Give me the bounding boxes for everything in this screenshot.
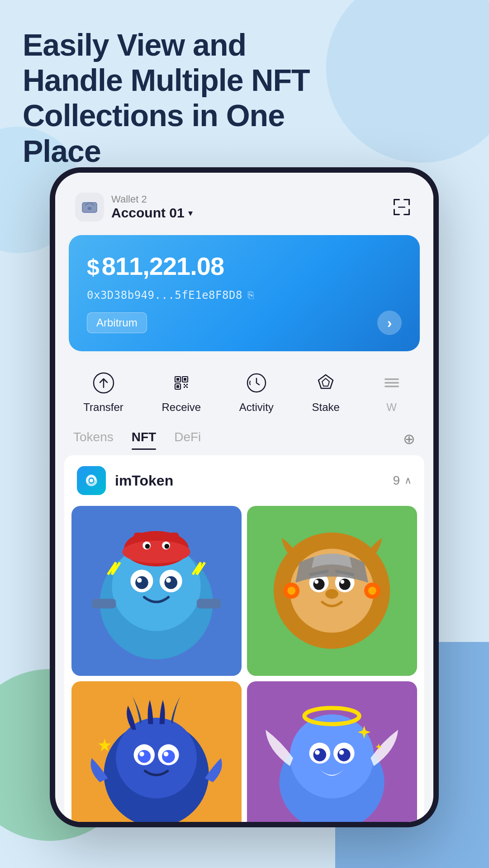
- svg-point-66: [162, 750, 176, 763]
- stake-action[interactable]: Stake: [303, 365, 349, 418]
- svg-rect-15: [176, 378, 179, 381]
- balance-card: $811,221.08 0x3D38b949...5fE1e8F8D8 ⎘ Ar…: [69, 235, 420, 351]
- svg-point-35: [165, 576, 178, 590]
- svg-point-76: [338, 749, 351, 762]
- svg-point-71: [290, 715, 374, 799]
- transfer-icon: [90, 369, 117, 396]
- wallet-logo-icon: [81, 199, 98, 215]
- phone-outer: Wallet 2 Account 01 ▾: [50, 167, 439, 827]
- account-name: Account 01: [111, 205, 185, 221]
- hero-section: Easily View and Handle Multiple NFT Coll…: [23, 27, 330, 169]
- svg-rect-27: [385, 382, 399, 384]
- tab-defi[interactable]: DeFi: [174, 430, 201, 448]
- svg-rect-3: [394, 199, 395, 205]
- svg-point-56: [326, 589, 339, 599]
- svg-point-62: [116, 718, 197, 799]
- more-label: W: [386, 401, 397, 414]
- wallet-info-section: Wallet 2 Account 01 ▾: [75, 193, 193, 222]
- svg-point-45: [165, 544, 170, 549]
- svg-rect-28: [385, 386, 399, 387]
- receive-icon: [168, 369, 195, 396]
- address-row: 0x3D38b949...5fE1e8F8D8 ⎘: [87, 289, 402, 302]
- hero-title: Easily View and Handle Multiple NFT Coll…: [23, 27, 330, 169]
- wallet-subtitle: Wallet 2: [111, 193, 193, 205]
- svg-point-65: [138, 750, 151, 763]
- svg-rect-18: [184, 384, 185, 385]
- account-row[interactable]: Account 01 ▾: [111, 205, 193, 221]
- svg-point-36: [137, 578, 142, 583]
- nft-item-4[interactable]: [247, 681, 417, 822]
- svg-point-58: [288, 587, 296, 595]
- svg-rect-26: [385, 378, 399, 380]
- svg-rect-7: [394, 209, 395, 215]
- svg-point-34: [136, 576, 149, 590]
- activity-action[interactable]: Activity: [230, 365, 283, 418]
- more-icon: [378, 369, 405, 396]
- nft-section: imToken 9 ∧: [64, 455, 424, 822]
- nft-collection-header: imToken 9 ∧: [64, 455, 424, 506]
- network-badge[interactable]: Arbitrum: [87, 312, 147, 333]
- transfer-action[interactable]: Transfer: [74, 365, 132, 418]
- svg-point-44: [145, 544, 150, 549]
- balance-amount: $811,221.08: [87, 251, 402, 281]
- svg-rect-17: [176, 385, 179, 388]
- nft-item-2[interactable]: [247, 506, 417, 676]
- svg-marker-25: [322, 378, 329, 386]
- svg-rect-46: [92, 599, 116, 609]
- stake-icon: [312, 369, 339, 396]
- tab-nft[interactable]: NFT: [132, 430, 156, 448]
- svg-point-78: [339, 750, 344, 755]
- svg-point-29: [90, 479, 93, 482]
- svg-point-68: [164, 752, 169, 757]
- copy-address-icon[interactable]: ⎘: [248, 289, 254, 301]
- add-tab-button[interactable]: ⊕: [403, 430, 415, 448]
- svg-rect-47: [197, 599, 221, 609]
- collection-logo: [77, 466, 106, 495]
- svg-point-53: [339, 579, 351, 590]
- receive-label: Receive: [161, 401, 201, 414]
- svg-point-60: [368, 587, 376, 595]
- svg-point-75: [313, 749, 327, 762]
- stake-label: Stake: [312, 401, 340, 414]
- svg-rect-10: [398, 207, 405, 208]
- svg-rect-21: [186, 387, 188, 388]
- account-dropdown-icon[interactable]: ▾: [188, 208, 193, 218]
- bg-shape-top-right: [326, 0, 489, 163]
- svg-point-54: [315, 580, 319, 584]
- receive-action[interactable]: Receive: [152, 365, 210, 418]
- svg-point-52: [313, 579, 325, 590]
- svg-rect-9: [408, 209, 410, 215]
- svg-rect-20: [184, 387, 185, 388]
- tab-tokens[interactable]: Tokens: [73, 430, 114, 448]
- collection-count: 9: [393, 473, 400, 488]
- phone-frame: Wallet 2 Account 01 ▾: [50, 167, 439, 827]
- wallet-address: 0x3D38b949...5fE1e8F8D8: [87, 289, 242, 302]
- activity-label: Activity: [239, 401, 274, 414]
- svg-point-37: [166, 578, 171, 583]
- scan-button[interactable]: [390, 195, 413, 219]
- svg-point-67: [139, 752, 144, 757]
- svg-marker-69: [99, 739, 111, 751]
- nft-grid: [64, 506, 424, 822]
- actions-row: Transfer: [55, 360, 433, 423]
- currency-symbol: $: [87, 255, 99, 280]
- more-action[interactable]: W: [369, 365, 414, 418]
- phone-screen: Wallet 2 Account 01 ▾: [55, 173, 433, 822]
- tabs-row: Tokens NFT DeFi ⊕: [55, 423, 433, 455]
- collection-collapse-icon[interactable]: ∧: [404, 475, 412, 486]
- svg-rect-22: [185, 385, 186, 387]
- svg-rect-16: [184, 378, 186, 381]
- nft-item-1[interactable]: [71, 506, 242, 676]
- svg-rect-19: [186, 384, 188, 385]
- svg-rect-1: [88, 207, 91, 210]
- transfer-label: Transfer: [83, 401, 123, 414]
- wallet-avatar[interactable]: [75, 193, 104, 222]
- collection-count-row: 9 ∧: [393, 473, 412, 488]
- svg-point-41: [123, 541, 190, 563]
- card-arrow-button[interactable]: ›: [377, 311, 402, 335]
- nft-item-3[interactable]: [71, 681, 242, 822]
- svg-rect-5: [408, 199, 410, 205]
- card-bottom: Arbitrum ›: [87, 311, 402, 335]
- svg-point-55: [341, 580, 345, 584]
- activity-icon: [243, 369, 270, 396]
